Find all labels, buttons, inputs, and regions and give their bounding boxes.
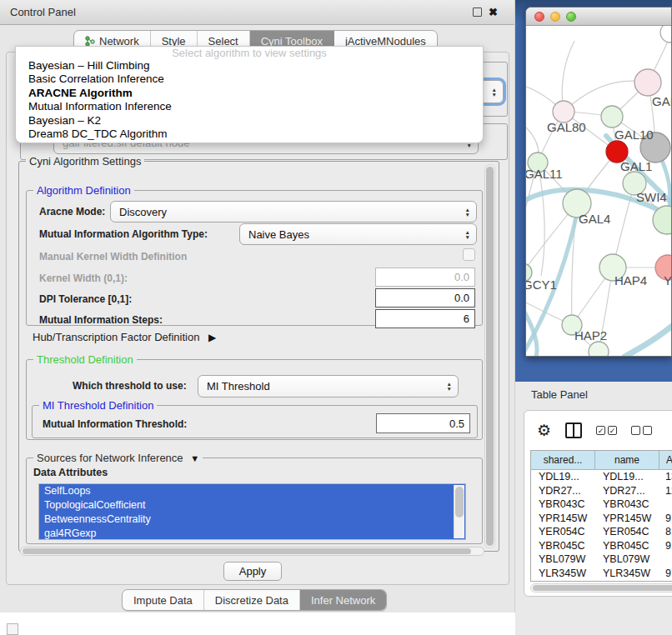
table-cell: 9. bbox=[659, 539, 672, 553]
table-cell bbox=[659, 552, 672, 567]
mi-steps-field[interactable]: 6 bbox=[375, 309, 475, 328]
combo-arrows-icon: ▲▼ bbox=[447, 382, 452, 391]
algorithm-option[interactable]: Basic Correlation Inference bbox=[16, 72, 483, 86]
algorithm-option[interactable]: ARACNE Algorithm bbox=[16, 87, 483, 100]
network-edge-highlighted[interactable] bbox=[624, 322, 671, 357]
column-header[interactable]: name bbox=[595, 451, 659, 469]
table-cell: YBL079W bbox=[595, 552, 659, 567]
hub-transcription-factor-section[interactable]: Hub/Transcription Factor Definition ▶ bbox=[33, 331, 216, 343]
aracne-mode-combobox[interactable]: Discovery ▲▼ bbox=[110, 201, 477, 222]
tab-infer-network[interactable]: Infer Network bbox=[300, 590, 386, 610]
column-header[interactable]: shared... bbox=[531, 451, 595, 469]
which-threshold-label: Which threshold to use: bbox=[73, 380, 187, 392]
table-toolbar: ⚙ ✓✓ bbox=[524, 411, 672, 449]
mi-algorithm-type-combobox[interactable]: Naive Bayes ▲▼ bbox=[239, 223, 477, 245]
mi-algorithm-type-value: Naive Bayes bbox=[248, 228, 309, 241]
data-attributes-list[interactable]: SelfLoopsTopologicalCoefficientBetweenne… bbox=[38, 483, 466, 540]
network-node[interactable] bbox=[634, 69, 661, 96]
table-panel-title: Table Panel bbox=[531, 388, 588, 401]
algorithm-definition-title: Algorithm Definition bbox=[33, 184, 134, 197]
aracne-mode-label: Aracne Mode: bbox=[39, 206, 105, 218]
network-icon bbox=[85, 36, 95, 47]
minimize-traffic-light[interactable] bbox=[550, 12, 560, 22]
algorithm-option[interactable]: Dream8 DC_TDC Algorithm bbox=[16, 128, 483, 141]
kernel-width-field[interactable]: 0.0 bbox=[375, 268, 475, 287]
table-cell bbox=[659, 498, 672, 512]
attributes-scrollbar[interactable] bbox=[454, 485, 464, 538]
table-cell: YBR045C bbox=[595, 539, 659, 553]
algorithm-dropdown-prompt: Select algorithm to view settings bbox=[16, 47, 483, 59]
table-cell: YPR145W bbox=[531, 512, 595, 526]
attribute-item[interactable]: TopologicalCoefficient bbox=[39, 498, 465, 512]
table-panel-card: ⚙ ✓✓ shared...nameA YDL19...YDL19...13YD… bbox=[524, 410, 672, 597]
which-threshold-combobox[interactable]: MI Threshold ▲▼ bbox=[198, 375, 459, 398]
data-attributes-label: Data Attributes bbox=[33, 467, 108, 478]
table-cell: YBL079W bbox=[531, 552, 595, 567]
close-panel-icon[interactable]: ✖ bbox=[489, 7, 498, 18]
table-cell: YBR043C bbox=[595, 498, 659, 512]
mi-threshold-definition-group: MI Threshold Definition Mutual Informati… bbox=[32, 405, 478, 438]
network-window-titlebar bbox=[526, 8, 671, 26]
network-view-window: GALGAL80GAL10GAL1GAL11SWI4GAL4GCY1HAP4YH… bbox=[525, 7, 672, 357]
table-row[interactable]: YDL19...YDL19...13 bbox=[531, 470, 672, 484]
attribute-item[interactable]: SelfLoops bbox=[39, 484, 465, 498]
algorithm-definition-group: Algorithm Definition Aracne Mode: Discov… bbox=[26, 190, 483, 326]
table-row[interactable]: YER054CYER054C8. bbox=[531, 525, 672, 539]
algorithm-option[interactable]: Mutual Information Inference bbox=[16, 100, 483, 113]
corner-grip[interactable] bbox=[7, 623, 18, 635]
mi-algorithm-type-label: Mutual Information Algorithm Type: bbox=[39, 228, 208, 240]
cyni-algorithm-settings-group: Cyni Algorithm Settings Algorithm Defini… bbox=[18, 161, 499, 552]
network-node[interactable] bbox=[589, 342, 609, 357]
kernel-width-label: Kernel Width (0,1): bbox=[39, 272, 128, 284]
control-panel-title: Control Panel bbox=[10, 6, 76, 18]
table-row[interactable]: YPR145WYPR145W9. bbox=[531, 512, 672, 526]
settings-vertical-scrollbar[interactable] bbox=[484, 164, 495, 548]
table-cell: 8. bbox=[659, 525, 672, 539]
mutual-information-threshold-field[interactable]: 0.5 bbox=[376, 413, 470, 433]
table-row[interactable]: YDR27...YDR27...12 bbox=[531, 484, 672, 498]
gear-icon[interactable]: ⚙ bbox=[537, 422, 551, 438]
node-label: GAL10 bbox=[614, 128, 654, 142]
table-cell: YBR043C bbox=[531, 498, 595, 512]
settings-horizontal-scrollbar[interactable] bbox=[20, 547, 484, 556]
zoom-traffic-light[interactable] bbox=[566, 12, 576, 22]
attribute-item[interactable]: BetweennessCentrality bbox=[39, 512, 465, 527]
network-node[interactable] bbox=[660, 26, 671, 42]
table-cell: YDR27... bbox=[595, 484, 659, 498]
threshold-definition-group: Threshold Definition Which threshold to … bbox=[26, 359, 483, 440]
attribute-item[interactable]: gal4RGexp bbox=[39, 527, 465, 540]
column-header[interactable]: A bbox=[659, 451, 672, 469]
sources-title[interactable]: Sources for Network Inference ▼ bbox=[33, 452, 203, 464]
table-row[interactable]: YBL079WYBL079W bbox=[531, 552, 672, 567]
table-cell: YLR345W bbox=[595, 567, 659, 581]
apply-button[interactable]: Apply bbox=[223, 562, 282, 581]
network-canvas[interactable]: GALGAL80GAL10GAL1GAL11SWI4GAL4GCY1HAP4YH… bbox=[526, 26, 671, 357]
checked-pair-icon[interactable]: ✓✓ bbox=[596, 426, 617, 435]
table-row[interactable]: YBR043CYBR043C bbox=[531, 498, 672, 512]
table-cell: YER054C bbox=[595, 525, 659, 539]
table-row[interactable]: YIL052CYIL052C9 bbox=[531, 580, 672, 582]
table-row[interactable]: YLR345WYLR345W9. bbox=[531, 567, 672, 581]
float-panel-icon[interactable] bbox=[473, 8, 482, 17]
expand-arrow-icon[interactable]: ▶ bbox=[208, 332, 216, 343]
manual-kernel-width-checkbox[interactable] bbox=[463, 248, 475, 261]
tab-impute-data[interactable]: Impute Data bbox=[123, 590, 204, 610]
algorithm-option[interactable]: Bayesian – Hill Climbing bbox=[16, 59, 483, 72]
tab-discretize-data[interactable]: Discretize Data bbox=[204, 590, 300, 610]
close-traffic-light[interactable] bbox=[534, 12, 544, 22]
unchecked-pair-icon[interactable] bbox=[631, 426, 652, 435]
table-horizontal-scrollbar[interactable] bbox=[530, 583, 672, 592]
table-cell: YDL19... bbox=[595, 470, 659, 484]
table-cell: YIL052C bbox=[595, 580, 659, 582]
network-node[interactable] bbox=[601, 106, 623, 128]
node-label: GAL bbox=[652, 94, 671, 108]
screenshot-root: Control Panel ✖ NetworkStyleSelectCyni T… bbox=[0, 0, 672, 635]
attribute-items: SelfLoopsTopologicalCoefficientBetweenne… bbox=[39, 484, 465, 540]
split-columns-icon[interactable] bbox=[565, 422, 582, 438]
dpi-tolerance-field[interactable]: 0.0 bbox=[375, 288, 475, 308]
collapse-arrow-icon[interactable]: ▼ bbox=[190, 453, 199, 463]
table-cell: YLR345W bbox=[531, 567, 595, 581]
table-row[interactable]: YBR045CYBR045C9. bbox=[531, 539, 672, 553]
algorithm-option[interactable]: Bayesian – K2 bbox=[16, 114, 483, 128]
control-panel-titlebar: Control Panel ✖ bbox=[0, 0, 514, 25]
